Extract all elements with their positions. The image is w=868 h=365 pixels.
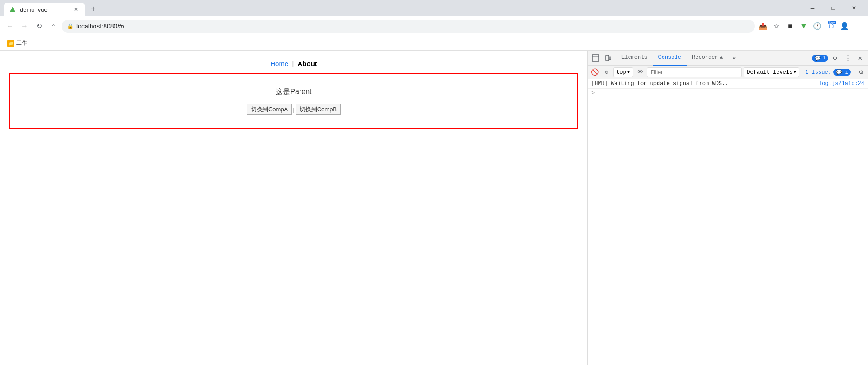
extension-button-3[interactable]: 🕐 [811,20,824,33]
maximize-button[interactable]: □ [823,0,844,16]
lock-icon: 🔒 [67,23,74,29]
extension-button-2[interactable]: ▼ [797,20,810,33]
devtools-more-icon[interactable]: ⋮ [842,52,854,64]
page-nav: Home | About [0,51,587,73]
about-link: About [297,60,317,67]
top-context-dropdown[interactable]: top ▼ [613,67,633,77]
minimize-button[interactable]: ─ [802,0,823,16]
parent-box: 这是Parent 切换到CompA | 切换到CompB [9,73,578,129]
bookmark-button[interactable]: ☆ [770,20,783,33]
switch-comp-b-button[interactable]: 切换到CompB [296,104,341,115]
back-button[interactable]: ← [4,20,16,33]
home-button[interactable]: ⌂ [47,20,60,33]
console-toolbar: 🚫 ⊘ top ▼ 👁 Default levels ▼ 1 Issue: 💬 … [588,66,868,79]
bookmarks-bar: 📁 工作 [0,36,868,51]
menu-button[interactable]: ⋮ [852,20,864,33]
devtools-icons [588,52,616,64]
tab-recorder[interactable]: Recorder ▲ [687,51,728,66]
parent-buttons: 切换到CompA | 切换到CompB [19,104,568,115]
nav-separator: | [292,60,294,67]
switch-comp-a-button[interactable]: 切换到CompA [247,104,292,115]
dropdown-chevron-icon: ▼ [627,70,630,75]
recorder-icon: ▲ [720,55,723,60]
preserve-log-icon[interactable]: ⊘ [601,67,611,77]
more-tabs-button[interactable]: » [728,52,740,64]
address-bar[interactable]: 🔒 localhost:8080/#/ [62,20,755,33]
device-toolbar-icon[interactable] [602,52,614,64]
devtools-toolbar: Elements Console Recorder ▲ » 💬 1 [588,51,868,66]
tab-elements[interactable]: Elements [616,51,653,66]
tab-console[interactable]: Console [653,51,687,66]
forward-button[interactable]: → [18,20,31,33]
parent-title: 这是Parent [19,87,568,97]
issues-count: 💬 1 [833,69,851,76]
home-link[interactable]: Home [270,60,288,67]
tab-favicon [9,6,16,13]
devtools-close-icon[interactable]: ✕ [854,52,866,64]
console-message: [HMR] Waiting for update signal from WDS… [591,81,815,87]
svg-rect-1 [592,55,599,61]
console-log-line: [HMR] Waiting for update signal from WDS… [588,79,868,89]
bookmark-folder-icon: 📁 [7,40,14,47]
levels-chevron-icon: ▼ [793,70,796,75]
console-badge: 💬 1 [812,55,828,62]
extension-button-1[interactable]: ■ [784,20,796,33]
console-prompt[interactable]: > [588,89,868,98]
browser-tab[interactable]: demo_vue ✕ [4,3,85,16]
navigation-bar: ← → ↻ ⌂ 🔒 localhost:8080/#/ 📤 ☆ ■ ▼ 🕐 ⬡ … [0,16,868,36]
devtools-right-icons: 💬 1 ⚙ ⋮ ✕ [809,52,868,64]
console-output: [HMR] Waiting for update signal from WDS… [588,79,868,365]
console-source[interactable]: log.js?1afd:24 [819,81,864,87]
profile-button[interactable]: 👤 [838,20,851,33]
console-settings-icon[interactable]: ⚙ [856,67,866,77]
filter-input[interactable] [647,67,742,77]
default-levels-dropdown[interactable]: Default levels ▼ [744,67,799,77]
inspect-element-icon[interactable] [590,52,601,64]
clear-console-icon[interactable]: 🚫 [590,67,600,77]
devtools-panel: Elements Console Recorder ▲ » 💬 1 [587,51,868,365]
extension-button-new[interactable]: ⬡ New [825,20,837,33]
tab-title: demo_vue [20,6,69,13]
address-text: localhost:8080/#/ [76,23,124,30]
svg-rect-3 [606,55,609,61]
webpage-area: Home | About 这是Parent 切换到CompA | 切换到Comp… [0,51,587,365]
new-tab-button[interactable]: + [87,3,100,15]
issues-badge[interactable]: 1 Issue: 💬 1 [801,66,854,79]
svg-marker-0 [10,7,15,12]
nav-actions: 📤 ☆ ■ ▼ 🕐 ⬡ New 👤 ⋮ [757,20,864,33]
devtools-tabs: Elements Console Recorder ▲ » [616,51,809,66]
close-button[interactable]: ✕ [844,0,864,16]
reload-button[interactable]: ↻ [33,20,45,33]
bookmark-label: 工作 [16,39,27,47]
cast-button[interactable]: 📤 [757,20,769,33]
devtools-settings-icon[interactable]: ⚙ [829,52,841,64]
tab-close-button[interactable]: ✕ [72,6,80,13]
bookmark-work[interactable]: 📁 工作 [4,38,31,49]
live-expressions-icon[interactable]: 👁 [635,67,645,77]
button-separator: | [293,106,294,113]
svg-rect-4 [609,57,611,60]
content-area: Home | About 这是Parent 切换到CompA | 切换到Comp… [0,51,868,365]
